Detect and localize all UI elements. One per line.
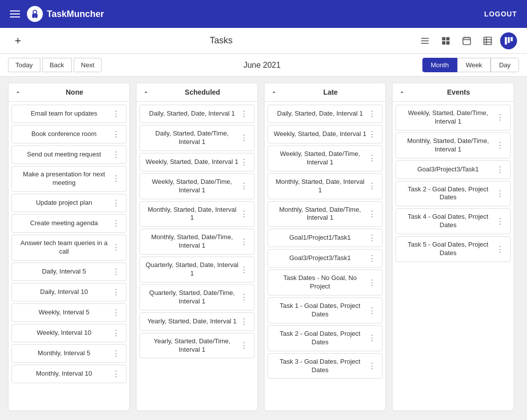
list-item[interactable]: Goal3/Project3/Task1⋮ [395,160,511,179]
card-menu-button[interactable]: ⋮ [239,265,249,275]
card-menu-button[interactable]: ⋮ [367,254,377,263]
list-item[interactable]: Task 2 - Goal Dates, Project Dates⋮ [395,181,511,207]
card-menu-button[interactable]: ⋮ [239,181,249,191]
list-view-button[interactable] [416,32,433,49]
card-menu-button[interactable]: ⋮ [111,287,121,297]
list-item[interactable]: Quarterly, Started, Date/Time, Interval … [139,284,255,310]
list-item[interactable]: Weekly, Interval 10⋮ [11,324,127,342]
list-item[interactable]: Task 1 - Goal Dates, Project Dates⋮ [267,297,383,323]
list-item[interactable]: Yearly, Started, Date/Time, Interval 1⋮ [139,333,255,359]
list-item[interactable]: Email team for updates⋮ [11,105,127,123]
list-item[interactable]: Monthly, Started, Date/Time, Interval 1⋮ [267,201,383,227]
list-item[interactable]: Task Dates - No Goal, No Project⋮ [267,270,383,295]
card-menu-button[interactable]: ⋮ [111,174,121,183]
card-menu-button[interactable]: ⋮ [111,369,121,379]
card-menu-button[interactable]: ⋮ [367,130,377,139]
collapse-button-late[interactable] [270,89,277,96]
list-item[interactable]: Update project plan⋮ [11,194,127,212]
list-item[interactable]: Task 3 - Goal Dates, Project Dates⋮ [267,353,383,379]
hamburger-menu[interactable] [10,10,20,17]
list-item[interactable]: Make a presentation for next meeting⋮ [11,166,127,192]
collapse-button-none[interactable] [14,89,21,96]
list-item[interactable]: Monthly, Started, Date, Interval 1⋮ [139,201,255,227]
card-menu-button[interactable]: ⋮ [367,278,377,287]
back-button[interactable]: Back [42,58,72,72]
list-item[interactable]: Quarterly, Started, Date, Interval 1⋮ [139,257,255,282]
card-menu-button[interactable]: ⋮ [239,237,249,247]
app-header: TaskMuncher LOGOUT [0,0,527,28]
list-item[interactable]: Answer tech team queries in a call⋮ [11,235,127,261]
list-item[interactable]: Yearly, Started, Date, Interval 1⋮ [139,312,255,331]
card-menu-button[interactable]: ⋮ [239,157,249,167]
card-menu-button[interactable]: ⋮ [111,150,121,159]
list-item[interactable]: Daily, Started, Date, Interval 1⋮ [139,105,255,123]
list-item[interactable]: Weekly, Started, Date, Interval 1⋮ [267,125,383,143]
list-item[interactable]: Monthly, Started, Date/Time, Interval 1⋮ [395,133,511,158]
list-item[interactable]: Daily, Interval 10⋮ [11,283,127,301]
list-item[interactable]: Weekly, Interval 5⋮ [11,303,127,322]
list-item[interactable]: Task 2 - Goal Dates, Project Dates⋮ [267,325,383,351]
card-menu-button[interactable]: ⋮ [367,361,377,371]
card-menu-button[interactable]: ⋮ [367,153,377,163]
card-menu-button[interactable]: ⋮ [367,333,377,343]
today-button[interactable]: Today [8,58,40,72]
list-item[interactable]: Book conference room⋮ [11,125,127,143]
card-menu-button[interactable]: ⋮ [111,308,121,317]
card-menu-button[interactable]: ⋮ [495,140,505,150]
add-button[interactable]: + [10,33,26,49]
card-menu-button[interactable]: ⋮ [495,245,505,254]
card-menu-button[interactable]: ⋮ [367,306,377,315]
card-text: Quarterly, Started, Date/Time, Interval … [145,289,239,306]
list-item[interactable]: Daily, Started, Date, Interval 1⋮ [267,105,383,123]
logout-button[interactable]: LOGOUT [484,10,517,18]
card-menu-button[interactable]: ⋮ [239,209,249,219]
card-menu-button[interactable]: ⋮ [239,109,249,119]
card-menu-button[interactable]: ⋮ [495,189,505,198]
card-menu-button[interactable]: ⋮ [111,130,121,139]
list-item[interactable]: Daily, Interval 5⋮ [11,263,127,281]
card-menu-button[interactable]: ⋮ [367,233,377,243]
list-item[interactable]: Monthly, Interval 10⋮ [11,365,127,383]
card-menu-button[interactable]: ⋮ [111,109,121,119]
list-item[interactable]: Send out meeting request⋮ [11,145,127,164]
calendar-view-button[interactable] [458,32,475,49]
month-view-button[interactable]: Month [422,58,457,72]
card-menu-button[interactable]: ⋮ [367,209,377,219]
card-menu-button[interactable]: ⋮ [111,243,121,252]
card-menu-button[interactable]: ⋮ [495,113,505,122]
list-item[interactable]: Weekly, Started, Date/Time, Interval 1⋮ [395,105,511,131]
card-menu-button[interactable]: ⋮ [111,349,121,358]
table-view-button[interactable] [479,32,496,49]
list-item[interactable]: Weekly, Started, Date/Time, Interval 1⋮ [139,173,255,199]
collapse-button-scheduled[interactable] [142,89,149,96]
board-view-button[interactable] [500,32,517,49]
card-menu-button[interactable]: ⋮ [495,165,505,174]
card-menu-button[interactable]: ⋮ [495,217,505,226]
list-item[interactable]: Goal1/Project1/Task1⋮ [267,229,383,247]
list-item[interactable]: Monthly, Interval 5⋮ [11,344,127,363]
list-item[interactable]: Task 4 - Goal Dates, Project Dates⋮ [395,208,511,234]
card-menu-button[interactable]: ⋮ [111,328,121,338]
card-menu-button[interactable]: ⋮ [367,109,377,119]
week-view-button[interactable]: Week [457,58,491,72]
list-item[interactable]: Goal3/Project3/Task1⋮ [267,249,383,268]
list-item[interactable]: Monthly, Started, Date/Time, Interval 1⋮ [139,229,255,255]
list-item[interactable]: Task 5 - Goal Dates, Project Dates⋮ [395,236,511,262]
list-item[interactable]: Weekly, Started, Date/Time, Interval 1⋮ [267,145,383,171]
list-item[interactable]: Monthly, Started, Date, Interval 1⋮ [267,173,383,199]
card-menu-button[interactable]: ⋮ [111,219,121,228]
card-menu-button[interactable]: ⋮ [111,198,121,208]
grid-view-button[interactable] [437,32,454,49]
card-menu-button[interactable]: ⋮ [367,181,377,191]
list-item[interactable]: Daily, Started, Date/Time, Interval 1⋮ [139,125,255,151]
list-item[interactable]: Weekly, Started, Date, Interval 1⋮ [139,153,255,171]
card-menu-button[interactable]: ⋮ [239,341,249,350]
card-menu-button[interactable]: ⋮ [239,133,249,142]
collapse-button-events[interactable] [398,89,405,96]
card-menu-button[interactable]: ⋮ [239,317,249,326]
next-button[interactable]: Next [74,58,102,72]
card-menu-button[interactable]: ⋮ [239,292,249,302]
card-menu-button[interactable]: ⋮ [111,267,121,277]
list-item[interactable]: Create meeting agenda⋮ [11,214,127,233]
day-view-button[interactable]: Day [491,58,519,72]
